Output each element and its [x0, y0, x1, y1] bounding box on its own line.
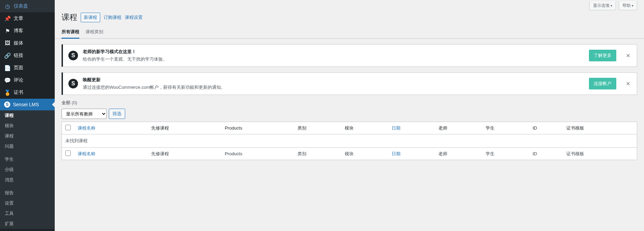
sidebar-label: 证书 [14, 89, 23, 96]
col-prereq: 先修课程 [148, 122, 221, 134]
sidebar-item-blog[interactable]: ⚑ 博客 [0, 25, 55, 37]
sensei-icon: S [4, 101, 10, 108]
top-bar: 显示选项 帮助 [55, 0, 644, 10]
admin-sidebar: ◷ 仪表盘 📌 文章 ⚑ 博客 🖼 媒体 🔗 链接 📄 页面 💬 评论 🏅 证书… [0, 0, 55, 167]
sidebar-label: 文章 [14, 15, 23, 22]
col-student: 学生 [482, 148, 529, 160]
empty-message: 未找到课程 [62, 134, 637, 148]
pin-icon: 📌 [4, 15, 11, 22]
submenu-grading[interactable]: 分级 [0, 165, 55, 167]
all-count: (0) [72, 100, 77, 105]
notice-desc: 给你的学生一个直观、无干扰的学习体验。 [83, 56, 584, 62]
col-teacher: 老师 [435, 122, 482, 134]
filter-button[interactable]: 筛选 [109, 109, 125, 119]
sidebar-label: 博客 [14, 28, 23, 34]
tab-all-courses[interactable]: 所有课程 [62, 26, 79, 39]
help-button[interactable]: 帮助 [619, 1, 637, 10]
sidebar-label: Sensei LMS [13, 102, 39, 107]
screen-options-button[interactable]: 显示选项 [589, 1, 616, 10]
notice-body: 老师的新学习模式在这里！ 给你的学生一个直观、无干扰的学习体验。 [83, 49, 584, 62]
notice-title: 唤醒更新 [83, 77, 584, 83]
tab-nav: 所有课程 课程类别 [55, 26, 644, 39]
notice-title: 老师的新学习模式在这里！ [83, 49, 584, 55]
col-date[interactable]: 日期 [388, 148, 435, 160]
submenu-modules[interactable]: 模块 [0, 121, 55, 131]
sensei-submenu: 课程 模块 课程 问题 学生 分级 消息 报告 设置 工具 扩展 [0, 110, 55, 167]
col-name[interactable]: 课程名称 [74, 122, 148, 134]
select-all-checkbox[interactable] [65, 125, 71, 130]
col-category: 类别 [294, 148, 341, 160]
filter-row: 显示所有教师 筛选 [55, 109, 644, 122]
notice-learning-mode: S 老师的新学习模式在这里！ 给你的学生一个直观、无干扰的学习体验。 了解更多 … [62, 44, 637, 67]
notice-connect-account: S 唤醒更新 通过连接您的WooCommerce.com帐户，获得有关新功能和更… [62, 72, 637, 95]
dismiss-icon[interactable]: ✕ [625, 80, 631, 87]
col-category: 类别 [294, 122, 341, 134]
sidebar-label: 评论 [14, 77, 23, 83]
order-courses-link[interactable]: 订购课程 [104, 14, 121, 21]
teacher-filter-select[interactable]: 显示所有教师 [62, 109, 107, 119]
col-date[interactable]: 日期 [388, 122, 435, 134]
sidebar-label: 媒体 [14, 40, 23, 46]
sidebar-item-certificates[interactable]: 🏅 证书 [0, 86, 55, 99]
dismiss-icon[interactable]: ✕ [625, 52, 631, 59]
col-student: 学生 [482, 122, 529, 134]
col-prereq: 先修课程 [148, 148, 221, 160]
connect-account-button[interactable]: 连接帐户 [589, 78, 616, 89]
link-icon: 🔗 [4, 52, 11, 59]
flag-icon: ⚑ [4, 27, 11, 34]
course-settings-link[interactable]: 课程设置 [125, 14, 143, 21]
sidebar-item-comments[interactable]: 💬 评论 [0, 74, 55, 86]
comment-icon: 💬 [4, 77, 11, 84]
col-cert: 证书模板 [563, 122, 637, 134]
courses-table: 课程名称 先修课程 Products 类别 模块 日期 老师 学生 ID 证书模… [62, 122, 637, 160]
sensei-badge-icon: S [68, 51, 78, 60]
notice-desc: 通过连接您的WooCommerce.com帐户，获得有关新功能和更新的通知。 [83, 84, 584, 90]
col-id: ID [529, 122, 563, 134]
submenu-questions[interactable]: 问题 [0, 141, 55, 151]
col-module: 模块 [341, 148, 388, 160]
page-icon: 📄 [4, 64, 11, 71]
tab-course-categories[interactable]: 课程类别 [86, 26, 103, 38]
sidebar-label: 链接 [14, 52, 23, 59]
courses-table-wrap: 课程名称 先修课程 Products 类别 模块 日期 老师 学生 ID 证书模… [55, 122, 644, 167]
add-new-course-button[interactable]: 新课程 [81, 13, 100, 22]
sidebar-label: 页面 [14, 65, 23, 71]
submenu-lessons[interactable]: 课程 [0, 131, 55, 141]
select-all-checkbox-bottom[interactable] [65, 150, 71, 156]
list-count: 全部 (0) [55, 95, 644, 109]
col-products: Products [221, 122, 294, 134]
sidebar-item-sensei-lms[interactable]: S Sensei LMS [0, 99, 55, 110]
notice-body: 唤醒更新 通过连接您的WooCommerce.com帐户，获得有关新功能和更新的… [83, 77, 584, 90]
submenu-students[interactable]: 学生 [0, 154, 55, 165]
col-id: ID [529, 148, 563, 160]
col-name[interactable]: 课程名称 [74, 148, 148, 160]
submenu-courses[interactable]: 课程 [0, 110, 55, 121]
col-products: Products [221, 148, 294, 160]
sidebar-item-links[interactable]: 🔗 链接 [0, 49, 55, 62]
empty-row: 未找到课程 [62, 134, 637, 148]
col-teacher: 老师 [435, 148, 482, 160]
all-label: 全部 [62, 100, 70, 105]
col-cert: 证书模板 [563, 148, 637, 160]
page-header: 课程 新课程 订购课程 课程设置 [55, 10, 644, 26]
sidebar-item-pages[interactable]: 📄 页面 [0, 62, 55, 74]
dashboard-icon: ◷ [4, 3, 11, 10]
main-content: 显示选项 帮助 课程 新课程 订购课程 课程设置 所有课程 课程类别 S 老师的… [55, 0, 644, 167]
sensei-badge-icon: S [68, 79, 78, 88]
col-module: 模块 [341, 122, 388, 134]
learn-more-button[interactable]: 了解更多 [589, 50, 616, 61]
sidebar-label: 仪表盘 [14, 3, 28, 9]
media-icon: 🖼 [4, 40, 11, 47]
page-title: 课程 [62, 12, 77, 23]
sidebar-item-media[interactable]: 🖼 媒体 [0, 37, 55, 49]
sidebar-item-posts[interactable]: 📌 文章 [0, 12, 55, 25]
sidebar-item-dashboard[interactable]: ◷ 仪表盘 [0, 0, 55, 12]
certificate-icon: 🏅 [4, 89, 11, 96]
